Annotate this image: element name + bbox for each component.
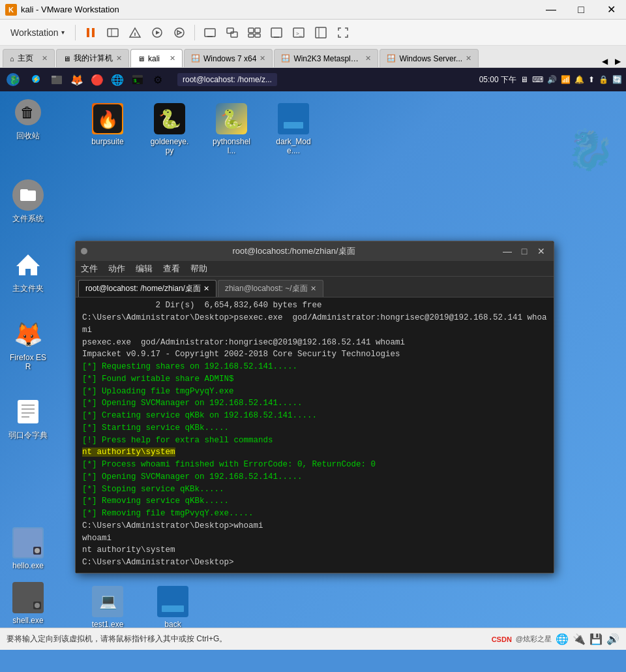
terminal-menu-help[interactable]: 帮助 xyxy=(190,263,207,275)
kali-terminal-taskbar-icon[interactable]: $_ xyxy=(128,70,147,89)
tab-win7-close[interactable]: ✕ xyxy=(260,54,265,63)
status-icons: CSDN @炫彩之星 🌐 🔌 💾 🔊 xyxy=(492,633,619,645)
tab-mypc-close[interactable]: ✕ xyxy=(116,54,122,63)
shell-label: shell.exe xyxy=(12,616,43,625)
svg-rect-16 xyxy=(248,34,254,37)
terminal-window[interactable]: root@locahost:/home/zhian/桌面 — □ ✕ 文件 动作… xyxy=(75,241,554,573)
maximize-button[interactable]: □ xyxy=(566,0,596,20)
tab-scroll: ◀ ▶ xyxy=(599,55,623,67)
tab-home[interactable]: ⌂ 主页 ✕ xyxy=(3,49,55,67)
desktop-icon-burpsuite[interactable]: 🔥 burpsuite xyxy=(85,100,130,149)
desktop-icon-pythonshell[interactable]: 🐍 pythonshell... xyxy=(209,100,254,158)
desktop-icon-test1[interactable]: 💻 test1.exe xyxy=(85,583,130,632)
kali-desktop[interactable]: 🐉 ⚡ 🦊 🔴 🌐 $_ ⚙ roo xyxy=(0,68,626,650)
tab-win7[interactable]: 🪟 Windows 7 x64 ✕ xyxy=(184,49,273,67)
svg-rect-49 xyxy=(162,605,184,612)
tab-win7-label: Windows 7 x64 xyxy=(203,54,256,63)
desktop-icon-back[interactable]: back xyxy=(150,583,196,632)
terminal-line: [*] Process whoami finished with ErrorCo… xyxy=(82,459,547,471)
toolbar-separator-2 xyxy=(194,25,195,40)
kali-network-icon[interactable]: 🌐 xyxy=(108,70,127,89)
close-button[interactable]: ✕ xyxy=(596,0,626,20)
desktop-icon-filesystem[interactable]: 文件系统 xyxy=(5,177,51,227)
svg-text:$_: $_ xyxy=(134,78,140,84)
tb-icon-2[interactable] xyxy=(103,23,123,42)
tab-mypc[interactable]: 🖥 我的计算机 ✕ xyxy=(56,49,129,67)
tab-scroll-left[interactable]: ◀ xyxy=(599,55,610,67)
desktop-icon-firefox[interactable]: 🦊 Firefox ESR xyxy=(5,316,51,374)
kali-settings-icon[interactable]: ⚙ xyxy=(149,70,167,89)
kali-tray-power[interactable]: ⬆ xyxy=(588,75,595,84)
kali-tray-keyboard[interactable]: ⌨ xyxy=(532,75,543,84)
kali-tray-volume[interactable]: 🔊 xyxy=(547,75,557,84)
tab-win2k3-close[interactable]: ✕ xyxy=(365,54,371,63)
svg-rect-2 xyxy=(108,29,118,37)
tab-kali-close[interactable]: ✕ xyxy=(170,54,175,63)
terminal-content[interactable]: 2022/09/26 13:04 21 zhi.txt2019/09/14 12… xyxy=(76,298,554,573)
tab-kali[interactable]: 🖥 kali ✕ xyxy=(130,49,183,67)
terminal-line: C:\Users\Administrator\Desktop>whoami xyxy=(82,520,547,532)
terminal-tab-root-close[interactable]: ✕ xyxy=(203,284,209,293)
title-bar-controls: — □ ✕ xyxy=(536,0,626,20)
shell-icon-img xyxy=(12,582,44,613)
kali-filemanager-icon[interactable] xyxy=(48,70,66,89)
kali-dragon-watermark: 🐉 xyxy=(561,120,619,179)
desktop-icon-home[interactable]: 主文件夹 xyxy=(5,247,51,297)
tb-icon-vm3[interactable] xyxy=(245,23,264,42)
kali-dragon-icon[interactable]: 🐉 xyxy=(4,70,22,89)
tb-icon-vm[interactable] xyxy=(200,23,220,42)
firefox-icon-img: 🦊 xyxy=(12,319,44,350)
kali-tray-monitor[interactable]: 🖥 xyxy=(520,75,528,84)
tab-scroll-right[interactable]: ▶ xyxy=(612,55,623,67)
tb-icon-5[interactable] xyxy=(170,23,189,42)
terminal-menu-edit[interactable]: 编辑 xyxy=(136,263,153,275)
tab-winserver-close[interactable]: ✕ xyxy=(466,54,471,63)
status-usb-icon[interactable]: 🔌 xyxy=(573,633,586,645)
kali-active-window[interactable]: root@locahost: /home/z... xyxy=(177,73,277,86)
watermark-text: @炫彩之星 xyxy=(516,634,552,644)
tb-icon-expand[interactable] xyxy=(311,23,331,42)
desktop-icons-bottom-terminal: 💻 test1.exe back xyxy=(85,583,196,632)
terminal-tab-zhian-close[interactable]: ✕ xyxy=(310,284,316,293)
tab-mypc-icon: 🖥 xyxy=(63,55,70,63)
desktop-icon-darkmode[interactable]: dark_Mode.... xyxy=(271,100,316,158)
status-audio-icon[interactable]: 🔊 xyxy=(606,633,619,645)
terminal-menu-view[interactable]: 查看 xyxy=(163,263,180,275)
kali-tray-network2[interactable]: 📶 xyxy=(561,75,571,84)
tab-home-close[interactable]: ✕ xyxy=(42,54,48,63)
svg-marker-38 xyxy=(16,254,40,275)
tb-icon-term[interactable]: >_ xyxy=(289,23,308,42)
desktop-icon-hello[interactable]: hello.exe xyxy=(5,525,51,573)
tab-win2k3-icon: 🪟 xyxy=(281,54,290,63)
tab-home-icon: ⌂ xyxy=(10,55,14,63)
desktop-icon-goldeneye[interactable]: 🐍 goldeneye.py xyxy=(147,100,192,158)
kali-redtool-icon[interactable]: 🔴 xyxy=(88,70,106,89)
workstation-menu[interactable]: Workstation ▾ xyxy=(5,25,70,40)
pause-button[interactable] xyxy=(81,23,100,42)
desktop-icon-recycle[interactable]: 🗑 回收站 xyxy=(5,94,51,144)
kali-tray-lock[interactable]: 🔒 xyxy=(599,75,608,84)
tb-icon-fullscreen[interactable] xyxy=(333,23,353,42)
terminal-maximize-button[interactable]: □ xyxy=(517,244,531,258)
desktop-icon-shell[interactable]: shell.exe xyxy=(5,579,51,628)
kali-search-icon[interactable]: ⚡ xyxy=(27,70,46,89)
tb-icon-screen[interactable] xyxy=(267,23,286,42)
terminal-menu-file[interactable]: 文件 xyxy=(81,263,98,275)
terminal-menu-action[interactable]: 动作 xyxy=(108,263,125,275)
tb-icon-3[interactable] xyxy=(125,23,145,42)
terminal-tab-root[interactable]: root@locahost: /home/zhian/桌面 ✕ xyxy=(78,280,216,297)
kali-tray-bell[interactable]: 🔔 xyxy=(574,75,584,84)
status-network-icon[interactable]: 🌐 xyxy=(556,633,569,645)
tb-icon-vm2[interactable] xyxy=(222,23,242,42)
tb-icon-4[interactable] xyxy=(147,23,167,42)
tab-win2k3[interactable]: 🪟 Win2K3 Metasploitable ✕ xyxy=(274,49,378,67)
status-hdd-icon[interactable]: 💾 xyxy=(589,633,603,645)
terminal-tab-zhian[interactable]: zhian@locahost: ~/桌面 ✕ xyxy=(218,280,323,297)
terminal-close-button[interactable]: ✕ xyxy=(534,244,548,258)
kali-tray-reload[interactable]: 🔄 xyxy=(612,75,622,84)
tab-winserver[interactable]: 🪟 Windows Server... ✕ xyxy=(380,49,479,67)
terminal-minimize-button[interactable]: — xyxy=(500,244,514,258)
minimize-button[interactable]: — xyxy=(536,0,566,20)
kali-firefox-icon[interactable]: 🦊 xyxy=(68,70,86,89)
desktop-icon-vuln[interactable]: 弱口令字典 xyxy=(5,393,51,444)
